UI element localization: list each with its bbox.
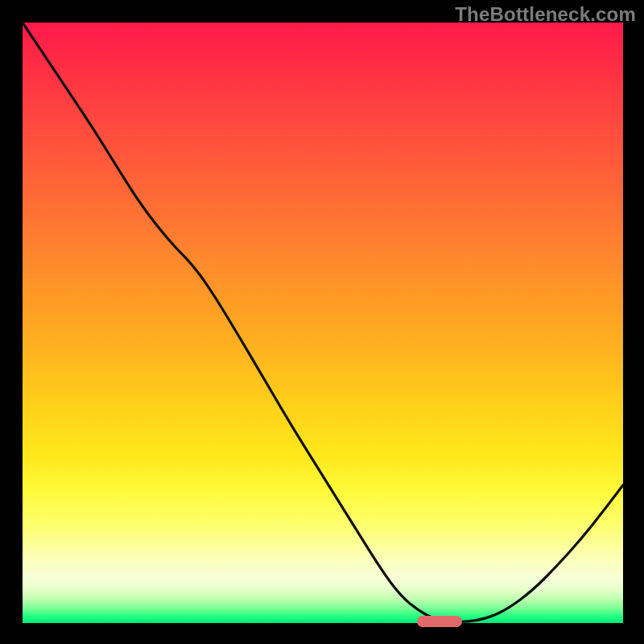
optimum-marker (417, 616, 462, 627)
chart-plot-area (23, 23, 623, 623)
curve-path (23, 23, 623, 621)
bottleneck-curve (23, 23, 623, 623)
